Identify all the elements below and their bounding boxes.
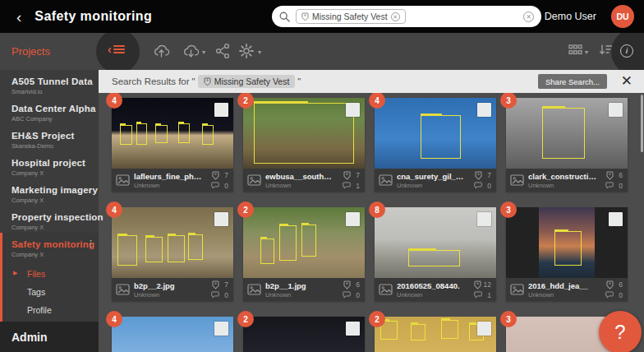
select-checkbox[interactable] xyxy=(214,103,228,117)
detection-count-badge: 3 xyxy=(500,93,517,109)
owner-label: Unknown xyxy=(265,182,338,189)
select-checkbox[interactable] xyxy=(609,212,623,226)
select-checkbox[interactable] xyxy=(609,103,623,117)
search-tag-chip[interactable]: Missing Safety Vest ✕ xyxy=(296,9,406,24)
open-quote: " xyxy=(192,76,196,86)
project-name: Safety monitoring xyxy=(12,239,94,249)
info-icon[interactable]: i xyxy=(620,44,633,58)
detection-count-badge: 2 xyxy=(369,311,385,327)
comment-count: 0 xyxy=(474,182,491,190)
select-checkbox[interactable] xyxy=(477,212,491,226)
tag-count: 6 xyxy=(606,171,623,180)
image-card[interactable]: 2 ewbusa__south… Unknown 7 xyxy=(243,98,365,192)
cloud-upload-icon[interactable] xyxy=(153,43,170,59)
search-tag-label: Missing Safety Vest xyxy=(312,12,388,21)
grid-view-icon[interactable] xyxy=(568,43,582,57)
select-checkbox[interactable] xyxy=(346,103,360,117)
comment-count: 0 xyxy=(605,291,623,299)
select-checkbox[interactable] xyxy=(214,212,228,226)
detection-count-badge: 2 xyxy=(237,93,254,109)
grid-view-caret-icon[interactable]: ▾ xyxy=(585,49,588,56)
user-name[interactable]: Demo User xyxy=(545,0,596,33)
filename: 2016_hdd_jea__ xyxy=(528,281,601,290)
sidebar-project-item-5[interactable]: Property inspection Company X xyxy=(0,206,99,233)
card-footer: lafleurs_fine_ph… Unknown 7 0 xyxy=(112,169,233,192)
project-name: Property inspection xyxy=(12,212,94,222)
top-bar: ‹ Safety monitoring Missing Safety Vest … xyxy=(0,0,644,33)
share-icon[interactable] xyxy=(215,43,230,59)
filename: b2p__1.jpg xyxy=(265,281,338,290)
select-checkbox[interactable] xyxy=(346,212,360,226)
tag-count-value: 12 xyxy=(484,280,491,289)
cloud-download-caret-icon[interactable]: ▾ xyxy=(202,49,205,56)
detection-count-badge: 4 xyxy=(369,93,385,109)
submenu-item-tags[interactable]: Tags xyxy=(2,283,99,301)
tag-icon xyxy=(212,280,219,289)
collapse-sidebar-button[interactable]: ‹ xyxy=(108,44,125,55)
image-card[interactable]: 4 b2p__2.jpg Unknown 7 xyxy=(112,207,233,301)
project-name: Hospital project xyxy=(12,158,94,168)
image-card[interactable]: 8 20160525_08440. Unknown 12 xyxy=(375,207,496,301)
image-card[interactable]: 3 clark_constructi… Unknown 6 xyxy=(506,98,628,192)
image-card[interactable]: 4 cna_surety_gil_… Unknown 7 xyxy=(375,98,496,192)
image-card[interactable]: 2 xyxy=(375,317,496,352)
comment-count: 0 xyxy=(343,291,360,299)
avatar[interactable]: DU xyxy=(611,5,634,28)
sidebar-item-safety-monitoring[interactable]: Safety monitoring Company X ⋮ xyxy=(2,233,99,260)
sidebar-project-item-3[interactable]: Hospital project Company X xyxy=(0,151,99,178)
comment-count: 0 xyxy=(211,182,228,190)
owner-label: Unknown xyxy=(397,182,470,189)
settings-caret-icon[interactable]: ▾ xyxy=(258,49,261,56)
select-checkbox[interactable] xyxy=(477,322,491,336)
submenu-item-profile[interactable]: Profile xyxy=(2,301,99,319)
sidebar-item-admin[interactable]: Admin xyxy=(0,322,99,352)
image-card[interactable]: 2 xyxy=(243,317,365,352)
tag-count-value: 6 xyxy=(616,171,623,179)
settings-gear-icon[interactable] xyxy=(238,43,255,59)
sidebar-project-item-0[interactable]: A505 Tunnel Data Smartvid.io xyxy=(0,70,99,97)
filename: ewbusa__south… xyxy=(265,172,338,181)
image-card[interactable]: 3 2016_hdd_jea__ Unknown 6 xyxy=(506,207,628,301)
back-icon[interactable]: ‹ xyxy=(16,9,21,25)
comment-icon xyxy=(343,182,351,189)
filename: cna_surety_gil_… xyxy=(397,172,470,181)
image-card[interactable]: 4 xyxy=(112,317,233,352)
select-checkbox[interactable] xyxy=(346,322,360,336)
comment-icon xyxy=(474,182,482,189)
tag-icon xyxy=(301,12,309,21)
search-results-bar: Search Results for " Missing Safety Vest… xyxy=(99,70,644,93)
remove-tag-icon[interactable]: ✕ xyxy=(391,12,400,21)
sidebar-project-item-4[interactable]: Marketing imagery Company X xyxy=(0,178,99,206)
image-file-icon xyxy=(116,174,130,186)
image-file-icon xyxy=(379,284,393,295)
card-footer: b2p__2.jpg Unknown 7 0 xyxy=(112,278,233,301)
select-checkbox[interactable] xyxy=(477,103,491,117)
clear-search-icon[interactable]: ✕ xyxy=(523,12,534,22)
comment-count: 1 xyxy=(474,291,491,299)
comment-count-value: 0 xyxy=(485,182,491,190)
search-input[interactable]: Missing Safety Vest ✕ ✕ xyxy=(272,6,541,27)
project-kebab-icon[interactable]: ⋮ xyxy=(86,239,95,248)
image-card[interactable]: 4 lafleurs_fine_ph… Unknown 7 xyxy=(112,98,233,192)
project-org: Company X xyxy=(12,251,94,258)
sidebar-project-item-2[interactable]: EH&S Project Skanska-Demo xyxy=(0,124,99,151)
share-search-button[interactable]: Share Search... xyxy=(538,74,607,89)
card-footer: b2p__1.jpg Unknown 6 0 xyxy=(243,278,365,301)
help-button[interactable]: ? xyxy=(599,311,642,352)
scrollbar[interactable] xyxy=(641,95,643,152)
image-card[interactable]: 2 b2p__1.jpg Unknown 6 xyxy=(243,207,365,301)
close-search-icon[interactable]: ✕ xyxy=(621,72,632,90)
filename: 20160525_08440. xyxy=(397,281,470,290)
submenu-item-files[interactable]: ▶ Files xyxy=(2,265,99,283)
tag-count-value: 6 xyxy=(353,280,360,289)
comment-icon xyxy=(474,291,482,299)
cloud-download-icon[interactable] xyxy=(182,43,200,59)
project-name: A505 Tunnel Data xyxy=(12,76,94,86)
project-org: Company X xyxy=(12,224,94,231)
sidebar-project-item-1[interactable]: Data Center Alpha ABC Company xyxy=(0,97,99,124)
tag-count-value: 7 xyxy=(485,171,491,179)
comment-count-value: 0 xyxy=(616,291,623,299)
tag-icon xyxy=(475,171,482,180)
select-checkbox[interactable] xyxy=(214,322,228,336)
project-org: ABC Company xyxy=(12,115,94,123)
